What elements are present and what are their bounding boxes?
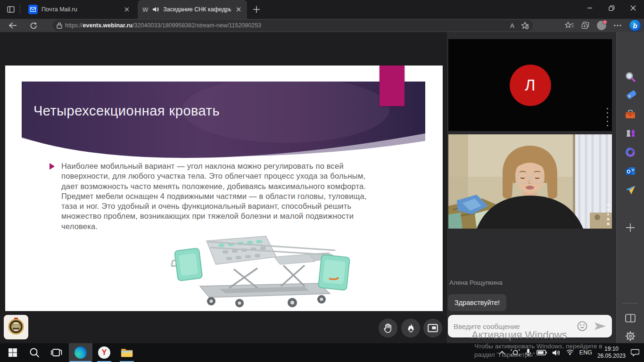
chat-input-container <box>448 315 612 337</box>
profile-avatar[interactable] <box>597 21 606 30</box>
close-tab-icon[interactable] <box>235 5 242 14</box>
more-menu-icon[interactable] <box>614 25 621 26</box>
sidebar-games-icon[interactable] <box>623 126 637 140</box>
slide-title-banner <box>22 82 425 159</box>
read-aloud-icon[interactable]: A <box>510 22 514 29</box>
edge-icon <box>74 346 87 359</box>
browser-titlebar: Почта Mail.ru W Заседание СНК кафедры о <box>0 0 644 19</box>
language-indicator[interactable]: ENG <box>579 349 592 356</box>
stream-area: Четырехсекционная кровать Наиболее мобил… <box>0 32 447 343</box>
slide-bullet: Наиболее мобильный вариант — угол наклон… <box>50 161 370 231</box>
tab-webinar[interactable]: W Заседание СНК кафедры о <box>138 0 247 19</box>
tray-chevron-icon[interactable] <box>499 351 505 355</box>
tray-camera-icon[interactable] <box>511 349 520 356</box>
windows-taskbar: Y ENG 19:10 <box>0 343 644 362</box>
browser-toolbar: https://events.webinar.ru/32040033/18099… <box>0 19 644 32</box>
url-text: https://events.webinar.ru/32040033/18099… <box>65 22 261 29</box>
taskbar-yandex-button[interactable]: Y <box>93 343 115 362</box>
url-bar[interactable]: https://events.webinar.ru/32040033/18099… <box>53 20 533 31</box>
tray-date: 26.05.2023 <box>597 353 626 360</box>
tab-title: Почта Mail.ru <box>41 6 77 13</box>
close-tab-icon[interactable] <box>123 5 131 14</box>
taskbar-explorer-button[interactable] <box>116 343 138 362</box>
chat-message-bubble: Здравствуйте! <box>448 294 506 311</box>
tile-menu-dots[interactable] <box>607 108 608 126</box>
tray-time: 19:10 <box>597 346 626 353</box>
sidebar-customize-icon[interactable] <box>623 311 637 325</box>
participant-video-tile[interactable]: Л <box>448 39 612 131</box>
speaker-video-tile[interactable] <box>448 134 612 229</box>
action-center-icon[interactable] <box>631 349 639 356</box>
slide-accent-bar <box>380 66 405 106</box>
send-message-icon[interactable] <box>594 322 606 330</box>
minimize-button[interactable] <box>579 0 601 16</box>
raise-hand-button[interactable] <box>379 319 397 337</box>
hospital-bed-image <box>163 231 356 309</box>
yandex-icon: Y <box>98 346 110 359</box>
slide-bullet-text: Наиболее мобильный вариант — угол наклон… <box>61 161 369 231</box>
svg-text:O: O <box>627 169 631 174</box>
close-window-button[interactable] <box>622 0 644 16</box>
emoji-icon[interactable] <box>577 321 587 331</box>
collections-icon[interactable] <box>581 22 589 30</box>
sidebar-add-icon[interactable] <box>623 221 637 235</box>
tray-volume-icon[interactable] <box>552 349 561 356</box>
participant-avatar: Л <box>510 65 551 106</box>
tray-battery-icon[interactable] <box>537 350 547 355</box>
start-button[interactable] <box>2 343 24 362</box>
favorites-icon[interactable] <box>565 22 574 29</box>
file-explorer-icon <box>121 348 133 358</box>
reactions-fire-button[interactable] <box>401 319 420 337</box>
tab-audio-icon[interactable] <box>152 6 159 13</box>
sidebar-drop-icon[interactable] <box>623 183 637 197</box>
sidebar-outlook-icon[interactable]: O <box>623 164 637 178</box>
sidebar-settings-icon[interactable] <box>623 329 637 343</box>
bullet-icon <box>50 163 55 170</box>
sidebar-tools-icon[interactable] <box>623 107 637 121</box>
sidebar-search-icon[interactable] <box>623 70 637 84</box>
tray-microphone-icon[interactable] <box>525 348 531 357</box>
page-content: Четырехсекционная кровать Наиболее мобил… <box>0 32 644 343</box>
refresh-icon[interactable] <box>27 19 40 32</box>
chat-message-input[interactable] <box>454 322 577 330</box>
lock-icon <box>57 22 62 29</box>
slide-title: Четырехсекционная кровать <box>33 103 220 119</box>
chat-message-text: Здравствуйте! <box>454 299 500 306</box>
sidebar-shopping-icon[interactable] <box>623 88 637 102</box>
tab-divider <box>20 5 20 14</box>
participant-initial: Л <box>525 76 535 94</box>
picture-in-picture-button[interactable] <box>423 319 442 337</box>
sidebar-microsoft365-icon[interactable] <box>623 145 637 159</box>
webinar-panel: Л <box>447 32 616 343</box>
mailru-icon <box>28 5 38 14</box>
presentation-slide: Четырехсекционная кровать Наиболее мобил… <box>5 66 443 311</box>
sidebar-divider <box>622 303 638 304</box>
chat-sender-name: Алена Рощупкина <box>449 279 503 286</box>
tab-actions-icon[interactable] <box>7 5 15 14</box>
tray-wifi-icon[interactable] <box>566 349 574 356</box>
desktop: Почта Mail.ru W Заседание СНК кафедры о <box>0 0 644 362</box>
clock[interactable]: 19:10 26.05.2023 <box>597 346 626 360</box>
organization-logo <box>4 315 28 339</box>
webinar-favicon: W <box>142 6 148 13</box>
speaker-webcam-frame <box>448 134 612 229</box>
back-icon[interactable] <box>7 19 19 32</box>
taskbar-search-button[interactable] <box>24 343 45 362</box>
bing-chat-icon[interactable]: b <box>629 19 641 32</box>
edge-sidebar: O <box>616 32 644 343</box>
restore-button[interactable] <box>601 0 622 16</box>
taskbar-edge-button[interactable] <box>69 343 92 362</box>
tab-title: Заседание СНК кафедры о <box>163 6 231 13</box>
new-tab-icon[interactable] <box>253 6 260 13</box>
system-tray: ENG 19:10 26.05.2023 <box>499 343 644 362</box>
tab-mail-ru[interactable]: Почта Mail.ru <box>24 0 136 19</box>
task-view-button[interactable] <box>46 343 67 362</box>
add-favorite-icon[interactable] <box>521 22 529 29</box>
